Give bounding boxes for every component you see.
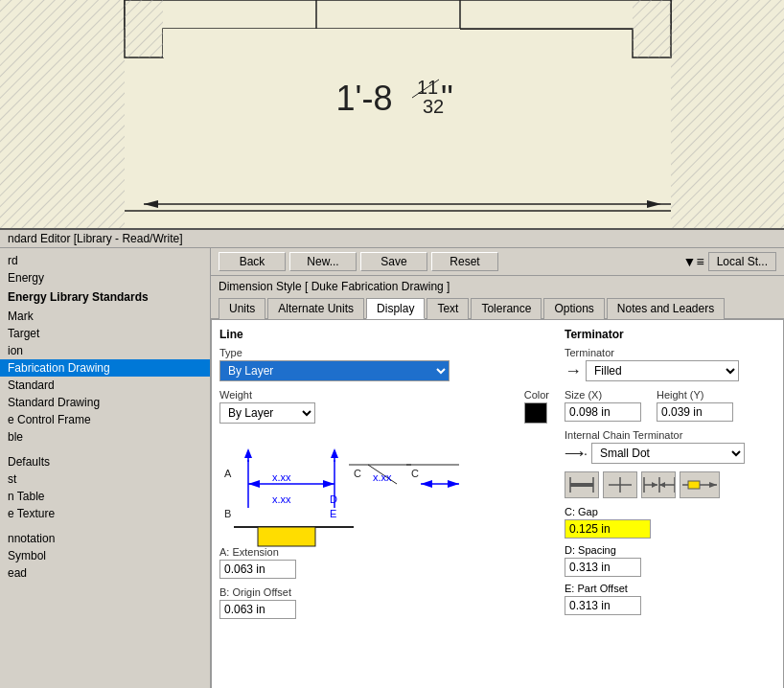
svg-text:A: A [224,468,232,479]
type-label: Type [219,347,549,358]
svg-rect-1 [0,0,125,230]
d-spacing-label: D: Spacing [565,544,775,556]
svg-text:C: C [411,468,419,479]
sidebar-item-defaults[interactable]: Defaults [0,453,210,470]
filter-icon: ▼≡ [683,254,704,269]
dim-style-header: Dimension Style [ Duke Fabrication Drawi… [211,276,784,297]
sidebar-item-control-frame[interactable]: e Control Frame [0,411,210,428]
diagram-area: A x.xx D [219,431,549,546]
sidebar-item-mark[interactable]: Mark [0,308,210,325]
internal-chain-select[interactable]: Small Dot [591,443,745,464]
tab-notes-leaders[interactable]: Notes and Leaders [607,298,725,319]
tab-display[interactable]: Display [366,298,425,319]
spacing-btn-1[interactable] [565,471,599,498]
svg-rect-7 [163,29,460,57]
height-y-input[interactable] [657,402,733,422]
size-row: Size (X) Height (Y) [565,389,775,422]
svg-marker-43 [448,480,459,488]
svg-text:E: E [330,508,336,519]
c-gap-input[interactable] [565,519,651,539]
sidebar-item-st[interactable]: st [0,470,210,488]
window-title: ndard Editor [Library - Read/Write] [8,232,183,245]
tab-text[interactable]: Text [427,298,469,319]
svg-text:x.xx: x.xx [272,471,291,483]
weight-select[interactable]: By Layer [219,402,315,424]
toolbar: Back New... Save Reset ▼≡ Local St... [211,248,784,276]
spacing-icon-1 [568,475,595,494]
color-picker[interactable] [524,402,547,424]
d-spacing-input[interactable] [565,558,641,577]
save-button[interactable]: Save [360,252,427,271]
svg-rect-8 [125,0,163,57]
sidebar-item-standard-drawing[interactable]: Standard Drawing [0,394,210,411]
terminator-select[interactable]: Filled [586,360,739,381]
svg-marker-24 [323,480,334,488]
svg-rect-31 [258,527,315,546]
b-origin-row: B: Origin Offset [219,586,549,619]
spacing-btn-3[interactable] [641,471,676,498]
terminator-section-label: Terminator [565,328,775,341]
back-button[interactable]: Back [219,252,286,271]
sidebar-top-item-rd[interactable]: rd [0,252,210,269]
terminator-field-row: Terminator → Filled [565,347,775,381]
type-field-row: Type By Layer [219,347,549,381]
svg-marker-35 [331,448,338,458]
svg-marker-44 [421,480,432,488]
content-area: Back New... Save Reset ▼≡ Local St... Di… [211,248,784,688]
svg-text:C: C [354,468,361,479]
tabs: Units Alternate Units Display Text Toler… [211,297,784,319]
a-extension-input[interactable] [219,560,296,579]
drawing-svg: 1'-8 11 32 " [0,0,784,230]
reset-button[interactable]: Reset [431,252,498,271]
sidebar-title: Energy Library Standards [0,287,210,308]
drawing-area: 1'-8 11 32 " [0,0,784,230]
spacing-icon-3 [642,475,675,494]
type-select[interactable]: By Layer [219,360,450,381]
svg-marker-23 [248,480,260,488]
e-part-offset-row: E: Part Offset [565,583,775,615]
sidebar-item-symbol[interactable]: Symbol [0,547,210,564]
svg-marker-56 [659,482,665,488]
b-origin-input[interactable] [219,600,296,619]
dim-style-text: Dimension Style [ Duke Fabrication Drawi… [219,280,450,293]
sidebar-item-annotation[interactable]: nnotation [0,530,210,547]
sidebar-item-target[interactable]: Target [0,325,210,342]
tab-options[interactable]: Options [543,298,604,319]
svg-text:x.xx: x.xx [373,471,392,483]
sidebar-item-n-table[interactable]: n Table [0,488,210,505]
svg-marker-52 [652,482,657,488]
sidebar-item-ion[interactable]: ion [0,342,210,359]
sidebar-top-item-energy[interactable]: Energy [0,269,210,287]
internal-chain-label: Internal Chain Terminator [565,429,775,441]
e-part-offset-input[interactable] [565,596,641,615]
svg-text:B: B [224,508,231,519]
weight-label: Weight [219,389,494,401]
spacing-buttons [565,471,775,498]
tab-tolerance[interactable]: Tolerance [471,298,542,319]
spacing-btn-2[interactable] [603,471,637,498]
line-section-label: Line [219,328,549,341]
new-button[interactable]: New... [289,252,357,271]
size-x-item: Size (X) [565,389,641,422]
sidebar-item-ead[interactable]: ead [0,564,210,582]
left-panel: Line Type By Layer Weight [219,328,549,627]
c-gap-row: C: Gap [565,506,775,539]
sidebar-item-texture[interactable]: e Texture [0,505,210,522]
sidebar-item-ble[interactable]: ble [0,428,210,446]
height-y-item: Height (Y) [657,389,733,422]
svg-rect-57 [688,481,700,489]
size-x-label: Size (X) [565,389,641,401]
sidebar-item-fabrication[interactable]: Fabrication Drawing [0,359,210,377]
b-origin-label: B: Origin Offset [219,586,549,598]
size-x-input[interactable] [565,402,641,422]
terminator-label: Terminator [565,347,775,358]
tab-alternate-units[interactable]: Alternate Units [267,298,364,319]
svg-text:D: D [330,493,337,505]
spacing-icon-4 [680,475,719,494]
sidebar-item-standard[interactable]: Standard [0,377,210,394]
local-st-button[interactable]: Local St... [708,252,776,271]
spacing-btn-4[interactable] [680,471,720,498]
sidebar: rd Energy Energy Library Standards Mark … [0,248,211,688]
internal-chain-row: Internal Chain Terminator ⟶· Small Dot [565,429,775,464]
tab-units[interactable]: Units [219,298,265,319]
